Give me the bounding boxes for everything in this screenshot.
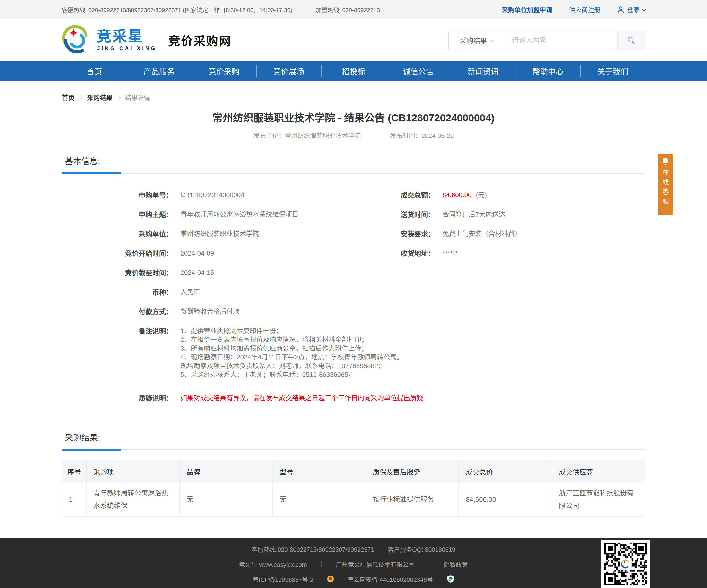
supplier-register-link[interactable]: 供应商注册 bbox=[569, 5, 600, 14]
page: 客服热线: 020-80922713/80922307/80922371 (国家… bbox=[0, 0, 707, 588]
footer-privacy-link[interactable]: 隐私政策 bbox=[443, 559, 468, 568]
join-hotline: 加盟热线: 020-80922713 bbox=[316, 5, 380, 13]
purchaser-join-link[interactable]: 采购单位加盟申请 bbox=[502, 5, 552, 14]
table-header-row: 序号 采购项 品牌 型号 质保及售后服务 成交总价 成交供应商 bbox=[62, 460, 645, 483]
nav-item-about[interactable]: 关于我们 bbox=[580, 61, 645, 81]
bell-icon bbox=[660, 156, 670, 166]
remark-line: 5、采购经办联系人：丁老师；联系电话：0519-86336065。 bbox=[180, 371, 403, 379]
table-row: 1 青年教师周转公寓淋浴热水系统维保 无 无 按行业标准提供服务 84,600.… bbox=[62, 483, 645, 517]
nav-item-news[interactable]: 新闻资讯 bbox=[450, 61, 515, 81]
nav-item-exhibition[interactable]: 竞价展场 bbox=[256, 61, 321, 81]
nav-item-tender[interactable]: 招投标 bbox=[321, 61, 386, 81]
publish-unit: 发布单位：常州纺织服装职业技术学院 bbox=[253, 131, 361, 140]
nav-item-bidding[interactable]: 竞价采购 bbox=[192, 61, 257, 81]
footer: 客服热线:020-80922713/80922307/80922371 客户服务… bbox=[0, 538, 707, 588]
user-icon bbox=[617, 6, 625, 13]
field-delivery-address: 收货地址： ****** bbox=[394, 249, 521, 258]
field-install-req: 安装要求： 免费上门安装（含材料费） bbox=[394, 230, 521, 238]
search-button[interactable] bbox=[617, 31, 645, 49]
field-currency: 币种： 人民币 bbox=[62, 288, 645, 297]
field-purchaser: 采购单位： 常州纺织服装职业技术学院 bbox=[62, 230, 645, 238]
field-remarks: 备注说明： 1、提供营业执照副本复印件一份； 2、在报价一览表内填写报价及响应情… bbox=[62, 327, 645, 379]
breadcrumb-results[interactable]: 采购结果 bbox=[87, 93, 112, 102]
main-content: 首页 采购结果 结果详情 常州纺织服装职业技术学院 - 结果公告 (CB1280… bbox=[62, 93, 645, 562]
footer-police-link[interactable]: 粤公网安备 44010502001346号 bbox=[347, 575, 433, 584]
search-category-select[interactable]: 采购结果 bbox=[449, 31, 505, 49]
main-nav: 首页 产品服务 竞价采购 竞价展场 招投标 诚信公告 新闻资讯 帮助中心 关于我… bbox=[0, 61, 707, 81]
site-name: 竞价采购网 bbox=[168, 32, 232, 48]
nav-item-home[interactable]: 首页 bbox=[62, 61, 127, 81]
search-bar: 采购结果 bbox=[448, 30, 645, 50]
footer-company: 广州竞采星信息技术有限公司 bbox=[336, 559, 415, 568]
chevron-down-icon bbox=[642, 7, 646, 11]
chevron-down-icon bbox=[491, 38, 495, 42]
basic-info-right-column: 成交总额： 84,600.00 (元) 送货时间： 合同签订后7天内送达 安装要… bbox=[394, 191, 521, 269]
field-challenge: 质疑说明： 如果对成交结果有异议，请在发布成交结果之日起三个工作日内向采购单位提… bbox=[62, 394, 645, 403]
field-start-time: 竞价开始时间： 2024-04-09 bbox=[62, 249, 645, 258]
login-link[interactable]: 登录 bbox=[617, 5, 645, 14]
footer-qq: 客户服务QQ: 800180619 bbox=[388, 544, 456, 553]
section-divider bbox=[62, 449, 645, 451]
search-input[interactable] bbox=[505, 31, 617, 49]
brand-name: 竞采星 bbox=[97, 29, 157, 44]
field-end-time: 竞价截至时间： 2024-04-15 bbox=[62, 269, 645, 278]
online-service-badge[interactable]: 在线客服 bbox=[658, 154, 673, 215]
footer-icp-link[interactable]: 粤ICP备19096887号-2 bbox=[253, 575, 313, 584]
remark-line: 现场勘察及项目技术负责联系人：刘老师，联系电话：13776895882； bbox=[180, 362, 403, 371]
field-payment: 付款方式： 货到验收合格后付款 bbox=[62, 307, 645, 316]
service-hotline: 客服热线: 020-80922713/80922307/80922371 (国家… bbox=[62, 5, 293, 13]
online-service-label: 在线客服 bbox=[661, 169, 670, 208]
chevron-right-icon bbox=[79, 96, 83, 100]
remark-line: 3、所有响应材料均加盖报价供应商公章，扫描后作为附件上传； bbox=[180, 344, 403, 353]
qr-code bbox=[601, 540, 650, 588]
brand-pinyin: JING CAI XING bbox=[97, 46, 157, 51]
footer-site-link[interactable]: 竞采星 www.easyjcx.com bbox=[239, 559, 307, 568]
field-subject: 申购主题： 青年教师周转公寓淋浴热水系统维保项目 bbox=[62, 210, 645, 219]
police-badge-icon bbox=[327, 576, 334, 582]
chevron-right-icon bbox=[117, 96, 121, 100]
logo[interactable]: 竞采星 JING CAI XING 竞价采购网 bbox=[62, 25, 232, 55]
ssl-shield-icon bbox=[446, 575, 454, 583]
total-amount-link[interactable]: 84,600.00 bbox=[443, 191, 472, 199]
breadcrumb: 首页 采购结果 结果详情 bbox=[62, 93, 645, 102]
brand-swirl-icon bbox=[62, 25, 92, 55]
challenge-notice: 如果对成交结果有异议，请在发布成交结果之日起三个工作日内向采购单位提出质疑 bbox=[180, 394, 424, 403]
remark-line: 4、现场勘察日期：2024年4月11日下午2点，地点：学校青年教师周转公寓。 bbox=[180, 353, 403, 362]
result-section-title: 采购结果: bbox=[62, 431, 645, 443]
basic-info-fields: 申购单号： CB128072024000004 申购主题： 青年教师周转公寓淋浴… bbox=[62, 191, 645, 403]
field-delivery-time: 送货时间： 合同签订后7天内送达 bbox=[394, 210, 521, 219]
field-order-no: 申购单号： CB128072024000004 bbox=[62, 191, 645, 199]
nav-item-products[interactable]: 产品服务 bbox=[127, 61, 192, 81]
remark-line: 2、在报价一览表内填写报价及响应情况，将相关材料全部打印； bbox=[180, 336, 403, 344]
nav-item-integrity[interactable]: 诚信公告 bbox=[386, 61, 451, 81]
breadcrumb-home[interactable]: 首页 bbox=[62, 93, 75, 102]
nav-item-help[interactable]: 帮助中心 bbox=[515, 61, 580, 81]
top-bar: 客服热线: 020-80922713/80922307/80922371 (国家… bbox=[0, 0, 707, 20]
publish-time: 发布时间：2024-05-22 bbox=[390, 131, 454, 140]
remark-line: 1、提供营业执照副本复印件一份； bbox=[180, 327, 403, 336]
basic-info-section-title: 基本信息: bbox=[62, 154, 645, 167]
section-divider bbox=[62, 173, 645, 174]
breadcrumb-current: 结果详情 bbox=[125, 93, 150, 102]
footer-hotline: 客服热线:020-80922713/80922307/80922371 bbox=[251, 544, 374, 553]
result-table: 序号 采购项 品牌 型号 质保及售后服务 成交总价 成交供应商 1 青年教师周转… bbox=[62, 460, 645, 517]
page-title: 常州纺织服装职业技术学院 - 结果公告 (CB128072024000004) bbox=[62, 110, 645, 124]
site-header: 竞采星 JING CAI XING 竞价采购网 采购结果 bbox=[0, 20, 707, 61]
field-total-amount: 成交总额： 84,600.00 (元) bbox=[394, 191, 521, 199]
search-icon bbox=[628, 36, 635, 44]
